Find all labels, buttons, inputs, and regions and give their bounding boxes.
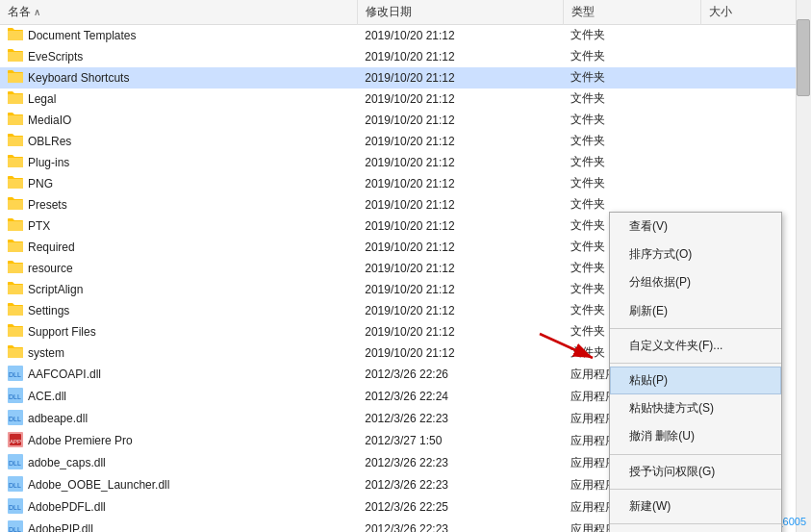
menu-separator [610, 489, 781, 490]
col-date[interactable]: 修改日期 [357, 0, 563, 25]
folder-icon [8, 133, 23, 149]
file-name-cell: DLL Adobe_OOBE_Launcher.dll [0, 474, 357, 496]
context-menu-item[interactable]: 粘贴(P) [610, 367, 781, 394]
file-name-cell: DLL adbeape.dll [0, 408, 357, 430]
file-date-cell: 2019/10/20 21:12 [357, 215, 563, 237]
file-name-label: Adobe Premiere Pro [28, 434, 133, 447]
file-type-cell: 文件夹 [563, 152, 700, 173]
file-date-cell: 2019/10/20 21:12 [357, 194, 563, 215]
file-icon: DLL [8, 520, 23, 533]
file-name-cell: DLL ACE.dll [0, 386, 357, 408]
file-icon: DLL [8, 410, 23, 428]
file-name-cell: PNG [0, 173, 357, 194]
context-menu-item[interactable]: 分组依据(P) [610, 268, 781, 296]
context-menu-item[interactable]: 刷新(E) [610, 297, 781, 325]
file-date-cell: 2019/10/20 21:12 [357, 131, 563, 152]
file-date-cell: 2012/3/26 22:24 [357, 386, 563, 408]
file-name-cell: OBLRes [0, 131, 357, 152]
context-menu-item[interactable]: 查看(V) [610, 213, 781, 241]
folder-icon [8, 302, 23, 318]
svg-text:APP: APP [10, 439, 21, 444]
context-menu-item[interactable]: 撤消 删除(U) [610, 422, 781, 450]
file-name-label: Settings [28, 304, 69, 317]
folder-icon [8, 48, 23, 64]
file-date-cell: 2012/3/26 22:23 [357, 408, 563, 430]
file-name-cell: APP Adobe Premiere Pro [0, 430, 357, 452]
col-type[interactable]: 类型 [563, 0, 700, 25]
col-name[interactable]: 名各 ∧ [0, 0, 357, 25]
file-name-label: Required [28, 241, 75, 254]
file-type-cell: 文件夹 [563, 110, 700, 131]
file-date-cell: 2019/10/20 21:12 [357, 67, 563, 89]
file-type-cell: 文件夹 [563, 67, 700, 89]
vertical-scrollbar[interactable] [796, 0, 811, 532]
table-row[interactable]: OBLRes 2019/10/20 21:12 文件夹 [0, 131, 811, 152]
file-name-label: ScriptAlign [28, 283, 83, 296]
file-name-label: ACE.dll [28, 390, 66, 403]
file-date-cell: 2019/10/20 21:12 [357, 25, 563, 46]
folder-icon [8, 217, 23, 234]
file-name-cell: Plug-ins [0, 152, 357, 173]
file-size-cell [700, 89, 810, 110]
file-name-label: Keyboard Shortcuts [28, 71, 129, 85]
folder-icon [8, 90, 23, 107]
table-row[interactable]: Plug-ins 2019/10/20 21:12 文件夹 [0, 152, 811, 173]
file-name-label: PNG [28, 177, 53, 190]
file-icon: DLL [8, 388, 23, 406]
file-size-cell [700, 46, 810, 67]
folder-icon [8, 175, 23, 191]
context-menu-item[interactable]: 属性(R) [610, 527, 781, 532]
file-date-cell: 2012/3/26 22:23 [357, 519, 563, 533]
file-icon: APP [8, 432, 23, 450]
context-menu-item[interactable]: 新建(W) [610, 493, 781, 520]
table-row[interactable]: Keyboard Shortcuts 2019/10/20 21:12 文件夹 [0, 67, 811, 89]
file-size-cell [700, 173, 810, 194]
file-name-cell: Presets [0, 194, 357, 215]
context-menu: 查看(V)排序方式(O)分组依据(P)刷新(E)自定义文件夹(F)...粘贴(P… [609, 212, 782, 532]
svg-text:DLL: DLL [9, 460, 21, 467]
file-date-cell: 2019/10/20 21:12 [357, 89, 563, 110]
table-row[interactable]: PNG 2019/10/20 21:12 文件夹 [0, 173, 811, 194]
context-menu-item[interactable]: 粘贴快捷方式(S) [610, 394, 781, 422]
table-row[interactable]: MediaIO 2019/10/20 21:12 文件夹 [0, 110, 811, 131]
file-type-cell: 文件夹 [563, 46, 700, 67]
file-size-cell [700, 25, 810, 46]
table-row[interactable]: EveScripts 2019/10/20 21:12 文件夹 [0, 46, 811, 67]
context-menu-item[interactable]: 自定义文件夹(F)... [610, 332, 781, 360]
file-date-cell: 2019/10/20 21:12 [357, 110, 563, 131]
file-name-label: adobe_caps.dll [28, 456, 106, 469]
file-name-cell: Legal [0, 89, 357, 110]
context-menu-item[interactable]: 授予访问权限(G) [610, 458, 781, 486]
table-row[interactable]: Legal 2019/10/20 21:12 文件夹 [0, 89, 811, 110]
file-date-cell: 2019/10/20 21:12 [357, 279, 563, 300]
svg-text:DLL: DLL [9, 416, 21, 422]
file-type-cell: 文件夹 [563, 131, 700, 152]
file-icon: DLL [8, 498, 23, 517]
menu-separator [610, 523, 781, 524]
file-size-cell [700, 131, 810, 152]
scrollbar-thumb[interactable] [797, 19, 810, 96]
folder-icon [8, 344, 23, 361]
file-size-cell [700, 110, 810, 131]
file-name-label: AAFCOAPI.dll [28, 367, 101, 381]
file-name-cell: system [0, 342, 357, 364]
file-name-cell: ScriptAlign [0, 279, 357, 300]
folder-icon [8, 239, 23, 255]
file-name-cell: EveScripts [0, 46, 357, 67]
file-date-cell: 2019/10/20 21:12 [357, 258, 563, 279]
file-date-cell: 2012/3/26 22:23 [357, 452, 563, 474]
file-explorer: 名各 ∧ 修改日期 类型 大小 [0, 0, 811, 532]
file-name-cell: DLL adobe_caps.dll [0, 452, 357, 474]
context-menu-item[interactable]: 排序方式(O) [610, 241, 781, 268]
col-size[interactable]: 大小 [700, 0, 810, 25]
table-row[interactable]: Document Templates 2019/10/20 21:12 文件夹 [0, 25, 811, 46]
file-size-cell [700, 67, 810, 89]
file-name-label: MediaIO [28, 114, 71, 127]
file-name-label: Legal [28, 92, 56, 106]
file-name-cell: MediaIO [0, 110, 357, 131]
file-size-cell [700, 152, 810, 173]
sort-arrow: ∧ [34, 7, 40, 17]
file-name-label: AdobePDFL.dll [28, 500, 106, 514]
folder-icon [8, 154, 23, 170]
file-type-cell: 文件夹 [563, 89, 700, 110]
